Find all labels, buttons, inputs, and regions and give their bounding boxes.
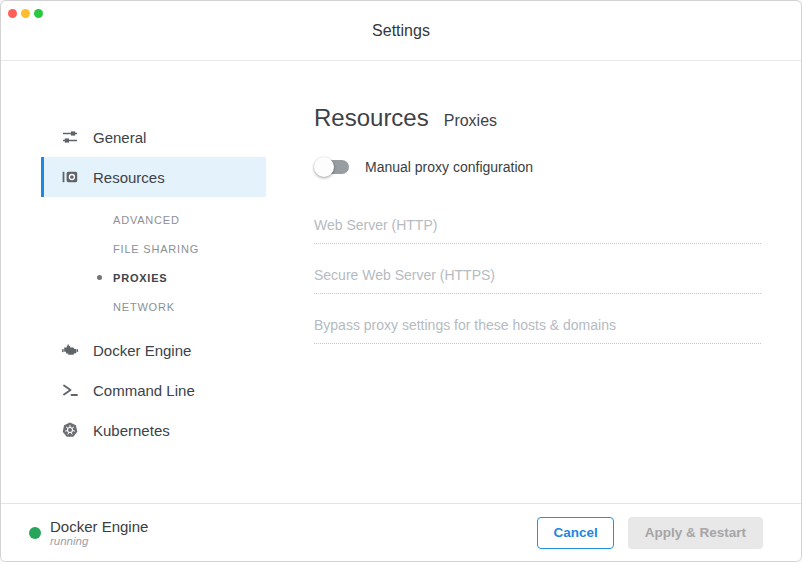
sidebar-item-label: Kubernetes (93, 422, 170, 439)
minimize-window-button[interactable] (21, 9, 30, 18)
sidebar-subitem-advanced[interactable]: ADVANCED (41, 205, 266, 234)
sidebar-item-general[interactable]: General (41, 117, 266, 157)
settings-content: General Resources ADVANCED (1, 61, 801, 503)
window-title: Settings (372, 22, 430, 40)
selected-bullet-icon (97, 275, 102, 280)
cancel-button[interactable]: Cancel (537, 517, 613, 549)
sidebar-subitem-network[interactable]: NETWORK (41, 292, 266, 321)
traffic-lights (8, 9, 43, 18)
bypass-proxy-input[interactable] (314, 314, 761, 344)
sidebar-subitem-label: NETWORK (113, 301, 175, 313)
close-window-button[interactable] (8, 9, 17, 18)
sidebar-item-label: Command Line (93, 382, 195, 399)
sidebar-item-resources[interactable]: Resources (41, 157, 266, 197)
sidebar-subitem-label: FILE SHARING (113, 243, 199, 255)
footer-bar: Docker Engine running Cancel Apply & Res… (1, 503, 801, 561)
pane-title: Resources (314, 104, 429, 132)
kubernetes-icon (61, 421, 79, 439)
proxy-fields (314, 214, 761, 344)
titlebar: Settings (1, 1, 801, 61)
sidebar-subitem-label: ADVANCED (113, 214, 180, 226)
toggle-knob (314, 157, 334, 177)
status-name: Docker Engine (50, 518, 148, 535)
status-text: Docker Engine running (50, 518, 148, 548)
manual-proxy-toggle[interactable] (314, 157, 350, 177)
settings-window: Settings General (0, 0, 802, 562)
manual-proxy-toggle-label: Manual proxy configuration (365, 159, 533, 175)
status-state: running (50, 535, 148, 548)
tune-icon (61, 128, 79, 146)
docker-engine-status: Docker Engine running (29, 518, 148, 548)
proxies-pane: Resources Proxies Manual proxy configura… (266, 61, 801, 503)
manual-proxy-toggle-row: Manual proxy configuration (314, 157, 761, 177)
sidebar-item-kubernetes[interactable]: Kubernetes (41, 410, 266, 450)
bypass-proxy-field (314, 314, 761, 344)
http-proxy-input[interactable] (314, 214, 761, 244)
sidebar-item-label: Docker Engine (93, 342, 191, 359)
settings-sidebar: General Resources ADVANCED (1, 61, 266, 503)
apply-restart-button[interactable]: Apply & Restart (628, 517, 763, 549)
sidebar-item-label: General (93, 129, 146, 146)
sidebar-subitem-proxies[interactable]: PROXIES (41, 263, 266, 292)
engine-icon (61, 341, 79, 359)
resources-icon (61, 168, 79, 186)
terminal-icon (61, 381, 79, 399)
sidebar-item-command-line[interactable]: Command Line (41, 370, 266, 410)
resources-sub-list: ADVANCED FILE SHARING PROXIES NETWORK (1, 205, 266, 321)
http-proxy-field (314, 214, 761, 244)
sidebar-item-docker-engine[interactable]: Docker Engine (41, 330, 266, 370)
sidebar-subitem-label: PROXIES (113, 272, 168, 284)
pane-header: Resources Proxies (314, 104, 761, 132)
sidebar-subitem-file-sharing[interactable]: FILE SHARING (41, 234, 266, 263)
pane-subtitle: Proxies (444, 112, 497, 130)
https-proxy-field (314, 264, 761, 294)
https-proxy-input[interactable] (314, 264, 761, 294)
sidebar-item-label: Resources (93, 169, 165, 186)
zoom-window-button[interactable] (34, 9, 43, 18)
status-running-icon (29, 527, 41, 539)
